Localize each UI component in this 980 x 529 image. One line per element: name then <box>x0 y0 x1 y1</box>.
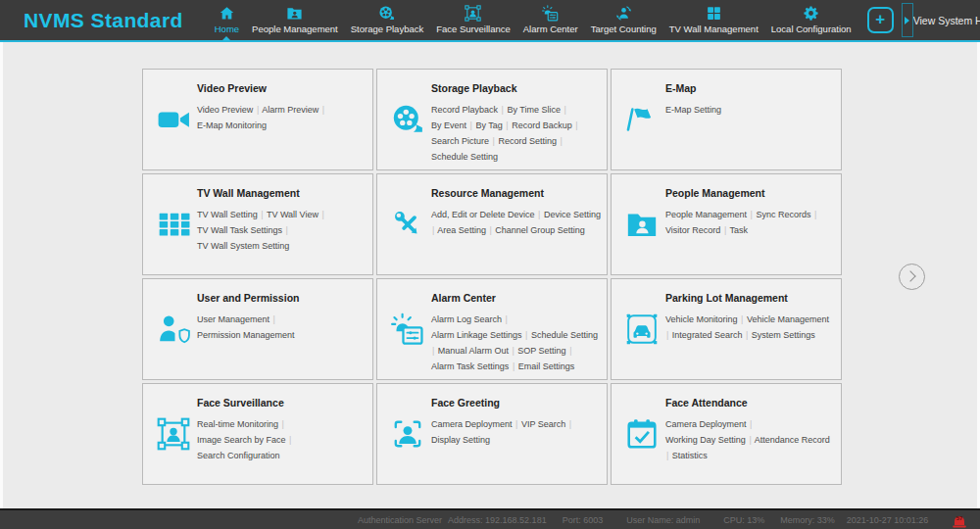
card-link[interactable]: People Management <box>665 210 747 219</box>
nav-item-tv-wall-management[interactable]: TV Wall Management <box>667 5 760 34</box>
card-link[interactable]: By Time Slice <box>507 105 561 115</box>
card-link[interactable]: SOP Setting <box>517 346 565 356</box>
card-link[interactable]: Record Backup <box>512 120 572 130</box>
card-link[interactable]: Add, Edit or Delete Device <box>431 210 535 219</box>
card-link[interactable]: Schedule Setting <box>431 152 498 162</box>
title-bar: NVMS Standard HomePeople ManagementStora… <box>0 0 980 40</box>
card-link[interactable]: Sync Records <box>756 210 810 219</box>
card-links: Alarm Log Search | Alarm Linkage Setting… <box>431 312 601 374</box>
link-separator: | <box>749 419 753 429</box>
next-page-button[interactable] <box>899 264 925 290</box>
link-separator: | <box>488 225 492 235</box>
home-icon <box>219 5 235 22</box>
alarm-panel-icon <box>542 5 559 22</box>
card-link[interactable]: Camera Deployment <box>431 419 513 429</box>
card-link[interactable]: TV Wall System Setting <box>197 241 289 251</box>
add-tab-button[interactable]: + <box>867 7 894 33</box>
card-link[interactable]: Search Configuration <box>197 451 280 460</box>
card-title: Face Attendance <box>665 397 835 409</box>
card-link[interactable]: Permission Management <box>197 330 295 340</box>
card-link[interactable]: Vehicle Management <box>747 314 829 324</box>
link-separator: | <box>492 136 496 146</box>
card-link[interactable]: System Settings <box>752 330 815 340</box>
person-count-icon <box>615 5 632 22</box>
card-links: TV Wall Setting | TV Wall View | TV Wall… <box>197 207 367 254</box>
link-separator: | <box>750 210 754 219</box>
card-face-greeting: Face GreetingCamera Deployment | VIP Sea… <box>376 383 608 485</box>
card-link[interactable]: Attendance Record <box>755 435 830 445</box>
card-tv-wall-management: TV Wall ManagementTV Wall Setting | TV W… <box>142 173 373 275</box>
link-separator: | <box>813 210 817 219</box>
card-link[interactable]: Display Setting <box>431 435 490 445</box>
link-separator: | <box>511 346 514 356</box>
alarm-notification-icon[interactable]: 57 <box>953 512 966 528</box>
card-link[interactable]: Schedule Setting <box>531 330 598 340</box>
card-link[interactable]: Image Search by Face <box>197 435 286 445</box>
link-separator: | <box>501 105 505 115</box>
nav-item-storage-playback[interactable]: Storage Playback <box>349 5 425 34</box>
card-link[interactable]: E-Map Setting <box>665 105 721 115</box>
card-link[interactable]: Camera Deployment <box>665 419 747 429</box>
card-link[interactable]: TV Wall View <box>267 210 318 219</box>
card-link[interactable]: Working Day Setting <box>665 435 746 445</box>
link-separator: | <box>574 120 578 130</box>
view-system-help-link[interactable]: View System Help <box>913 15 980 26</box>
link-separator: | <box>260 210 264 219</box>
card-link[interactable]: Statistics <box>672 451 708 460</box>
card-link[interactable]: Integrated Search <box>672 330 743 340</box>
card-link[interactable]: Record Playback <box>431 105 498 115</box>
card-link[interactable]: Email Settings <box>518 361 575 371</box>
card-links: Vehicle Monitoring | Vehicle Management … <box>665 312 835 343</box>
card-link[interactable]: Real-time Monitoring <box>197 419 278 429</box>
accent-divider <box>0 40 980 42</box>
link-separator: | <box>505 120 509 130</box>
server-port: Port: 6003 <box>563 515 604 525</box>
link-separator: | <box>285 225 289 235</box>
link-separator: | <box>512 361 515 371</box>
nav-item-alarm-center[interactable]: Alarm Center <box>521 5 580 34</box>
card-link[interactable]: Channel Group Setting <box>495 225 585 235</box>
card-title: Resource Management <box>431 187 601 199</box>
card-link[interactable]: Device Setting <box>544 210 601 219</box>
card-link[interactable]: Video Preview <box>197 105 253 115</box>
card-body: Resource ManagementAdd, Edit or Delete D… <box>431 187 601 238</box>
card-link[interactable]: Vehicle Monitoring <box>665 314 738 324</box>
nav-item-label: TV Wall Management <box>669 24 759 34</box>
nav-item-label: People Management <box>252 24 338 34</box>
card-title: Alarm Center <box>431 292 601 304</box>
alarm-count-badge: 57 <box>953 515 966 522</box>
clock: 2021-10-27 10:01:26 <box>847 515 929 525</box>
card-link[interactable]: User Management <box>197 314 270 324</box>
nav-item-label: Alarm Center <box>523 24 578 34</box>
card-link[interactable]: VIP Search <box>521 419 565 429</box>
nav-item-home[interactable]: Home <box>213 5 241 34</box>
link-separator: | <box>256 105 260 115</box>
nav-item-face-surveillance[interactable]: Face Surveillance <box>434 5 513 34</box>
card-link[interactable]: Alarm Log Search <box>431 314 502 324</box>
link-separator: | <box>665 451 669 460</box>
card-link[interactable]: Alarm Preview <box>262 105 318 115</box>
nav-item-people-management[interactable]: People Management <box>250 5 340 34</box>
card-link[interactable]: E-Map Monitoring <box>197 120 267 130</box>
card-link[interactable]: By Event <box>431 120 466 130</box>
nav-item-target-counting[interactable]: Target Counting <box>589 5 659 34</box>
card-link[interactable]: Alarm Task Settings <box>431 361 509 371</box>
card-link[interactable]: Alarm Linkage Settings <box>431 330 522 340</box>
nav-overflow-toggle[interactable] <box>902 3 913 37</box>
memory-usage: Memory: 33% <box>780 515 835 525</box>
app-logo: NVMS Standard <box>24 9 183 32</box>
card-title: Face Greeting <box>431 397 601 409</box>
card-link[interactable]: Manual Alarm Out <box>438 346 509 356</box>
card-link[interactable]: TV Wall Task Settings <box>197 225 282 235</box>
card-link[interactable]: Task <box>730 225 749 235</box>
card-title: E-Map <box>665 82 835 94</box>
card-link[interactable]: Search Picture <box>431 136 489 146</box>
face-frame-icon <box>157 417 190 451</box>
card-link[interactable]: Area Setting <box>437 225 486 235</box>
card-link[interactable]: Record Setting <box>498 136 557 146</box>
tv-wall-icon <box>706 5 722 22</box>
card-link[interactable]: Visitor Record <box>665 225 720 235</box>
card-link[interactable]: By Tag <box>475 120 502 130</box>
card-link[interactable]: TV Wall Setting <box>197 210 258 219</box>
nav-item-local-configuration[interactable]: Local Configuration <box>769 5 854 34</box>
